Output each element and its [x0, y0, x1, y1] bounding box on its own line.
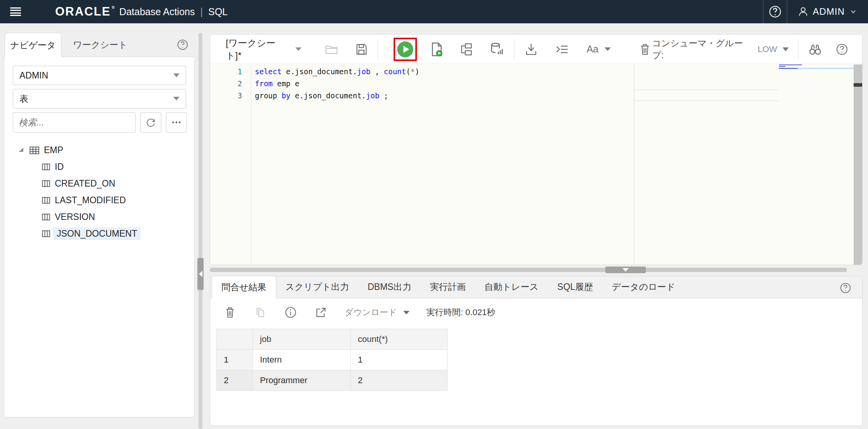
results-panel: 問合せ結果スクリプト出力DBMS出力実行計画自動トレースSQL履歴データのロード: [210, 276, 863, 426]
expand-toggle-icon[interactable]: [17, 146, 25, 154]
sidebar-collapse-handle[interactable]: [197, 258, 204, 290]
results-help-button[interactable]: [840, 282, 851, 294]
font-size-button[interactable]: Aa: [587, 44, 611, 55]
results-grid: jobcount(*)1Intern12Programmer2: [216, 329, 448, 391]
code-line[interactable]: 2from emp e: [210, 77, 862, 89]
editor-toolbar: [ワークシート]*: [210, 35, 862, 64]
user-menu[interactable]: ADMIN: [787, 0, 868, 23]
minimap-line: [779, 66, 785, 67]
worksheet-selector[interactable]: [ワークシート]*: [226, 37, 302, 62]
object-type-select[interactable]: 表: [13, 89, 186, 108]
results-tab[interactable]: データのロード: [602, 276, 685, 298]
format-button[interactable]: [555, 42, 570, 57]
results-tab-label: データのロード: [612, 281, 675, 293]
results-header-row: jobcount(*): [217, 329, 448, 350]
editor-scrollbar[interactable]: [854, 65, 862, 265]
chevron-down-icon: [849, 7, 858, 16]
result-cell[interactable]: 1: [351, 350, 448, 370]
sql-code-editor[interactable]: 1select e.json_document.job , count(*)2f…: [210, 65, 862, 265]
results-tab-label: スクリプト出力: [286, 281, 349, 293]
tree-item-column[interactable]: JSON_DOCUMENT: [13, 225, 194, 242]
row-number-cell[interactable]: 1: [217, 350, 253, 370]
tab-navigator[interactable]: ナビゲータ: [5, 33, 61, 57]
horizontal-splitter[interactable]: [210, 268, 847, 272]
download-results-button[interactable]: ダウンロード: [345, 307, 410, 318]
run-statement-button[interactable]: [397, 41, 414, 58]
results-tab-bar: 問合せ結果スクリプト出力DBMS出力実行計画自動トレースSQL履歴データのロード: [210, 276, 862, 298]
user-icon: [797, 6, 809, 17]
sidebar-help-button[interactable]: [177, 39, 188, 51]
schema-select[interactable]: ADMIN: [13, 66, 186, 85]
result-cell[interactable]: 2: [351, 370, 448, 391]
select-arrow-icon: [173, 73, 180, 77]
results-collapse-handle[interactable]: [605, 267, 646, 273]
vertical-splitter[interactable]: [199, 33, 202, 429]
editor-minimap[interactable]: [778, 65, 854, 265]
column-icon: [41, 178, 51, 189]
tree-item-column[interactable]: ID: [13, 159, 194, 175]
tab-worksheet[interactable]: ワークシート: [69, 33, 131, 57]
find-button[interactable]: [808, 42, 823, 57]
run-script-button[interactable]: [429, 42, 444, 57]
results-tab[interactable]: 自動トレース: [475, 276, 548, 298]
code-line[interactable]: 1select e.json_document.job , count(*): [210, 65, 862, 77]
download-icon: [524, 42, 539, 57]
header-help-button[interactable]: [763, 0, 787, 23]
info-circle-icon: [284, 306, 297, 319]
minimap-line: [779, 65, 802, 65]
tree-item-table[interactable]: EMP: [13, 142, 194, 159]
floppy-disk-icon: [354, 42, 368, 56]
registered-mark-icon: ®: [112, 5, 115, 10]
editor-help-button[interactable]: [836, 43, 848, 56]
results-column-header[interactable]: count(*): [351, 329, 448, 350]
copy-results-button[interactable]: [254, 306, 267, 319]
results-tab-label: SQL履歴: [557, 281, 593, 293]
search-input[interactable]: [13, 112, 136, 133]
tree-column-name: LAST_MODIFIED: [55, 195, 126, 206]
product-title: Database Actions: [119, 6, 195, 17]
result-cell[interactable]: Programmer: [253, 370, 351, 391]
code-text: select e.json_document.job , count(*): [255, 67, 419, 76]
help-icon: [769, 5, 782, 18]
more-options-button[interactable]: [166, 112, 187, 133]
results-tab[interactable]: 問合せ結果: [212, 276, 276, 298]
results-tab[interactable]: SQL履歴: [548, 276, 602, 298]
select-arrow-icon: [173, 97, 180, 101]
open-results-new-window-button[interactable]: [314, 306, 328, 319]
results-tab[interactable]: DBMS出力: [358, 276, 420, 298]
save-button[interactable]: [354, 42, 368, 56]
result-cell[interactable]: Intern: [253, 350, 351, 370]
tree-item-column[interactable]: LAST_MODIFIED: [13, 192, 194, 209]
download-editor-button[interactable]: [524, 42, 539, 57]
results-tab-label: 問合せ結果: [221, 281, 267, 293]
results-column-header[interactable]: job: [253, 329, 351, 350]
results-info-button[interactable]: [284, 306, 297, 319]
help-icon: [836, 43, 848, 56]
select-arrow-icon: [783, 47, 789, 51]
clear-worksheet-button[interactable]: [638, 42, 652, 56]
tree-table-name: EMP: [44, 145, 63, 155]
refresh-button[interactable]: [140, 112, 161, 133]
menu-icon[interactable]: [10, 7, 21, 16]
explain-plan-button[interactable]: [459, 42, 474, 57]
results-tab-label: DBMS出力: [368, 281, 411, 293]
results-tab[interactable]: 実行計画: [421, 276, 475, 298]
autotrace-button[interactable]: [489, 42, 505, 57]
select-arrow-icon: [295, 47, 302, 51]
results-tab[interactable]: スクリプト出力: [276, 276, 359, 298]
tree-item-column[interactable]: VERSION: [13, 209, 194, 225]
code-token: job: [366, 91, 379, 100]
results-tab-label: 実行計画: [430, 281, 466, 293]
minimap-selected-line: [778, 68, 854, 69]
tree-item-column[interactable]: CREATED_ON: [13, 175, 194, 192]
code-token: *: [410, 67, 415, 76]
row-number-cell[interactable]: 2: [217, 370, 253, 391]
code-line[interactable]: 3group by e.json_document.job ;: [210, 89, 862, 101]
folder-icon: [324, 42, 339, 57]
discard-results-button[interactable]: [223, 306, 237, 319]
column-icon: [41, 162, 51, 172]
binoculars-icon: [808, 42, 823, 57]
line-number: 1: [210, 67, 242, 76]
consumer-group-select[interactable]: LOW: [758, 44, 789, 54]
open-file-button[interactable]: [324, 42, 339, 57]
